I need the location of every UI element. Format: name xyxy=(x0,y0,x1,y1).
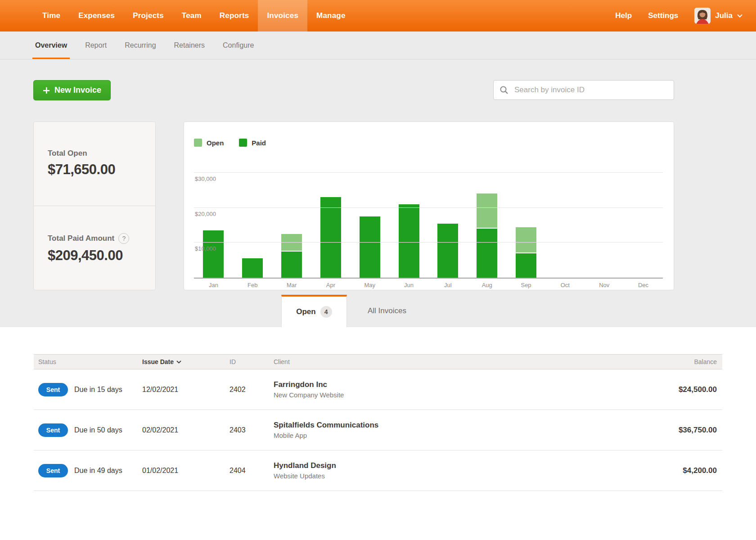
client-cell: Spitalfields CommunicationsMobile App xyxy=(274,421,623,439)
table-row[interactable]: SentDue in 50 days02/02/20212403Spitalfi… xyxy=(34,410,722,450)
table-row[interactable]: SentDue in 49 days01/02/20212404Hyndland… xyxy=(34,450,722,491)
x-tick-nov: Nov xyxy=(585,282,624,288)
nav-item-expenses[interactable]: Expenses xyxy=(69,0,124,32)
nav-item-time[interactable]: Time xyxy=(33,0,69,32)
y-tick-label: $20,000 xyxy=(195,211,216,217)
subnav-item-overview[interactable]: Overview xyxy=(33,32,69,59)
top-nav: TimeExpensesProjectsTeamReportsInvoicesM… xyxy=(0,0,756,32)
bar-open-sep[interactable] xyxy=(516,227,536,253)
nav-item-projects[interactable]: Projects xyxy=(124,0,173,32)
bar-paid-jun[interactable] xyxy=(399,204,419,278)
x-tick-apr: Apr xyxy=(311,282,350,288)
chart-legend: OpenPaid xyxy=(194,138,663,147)
bar-paid-jul[interactable] xyxy=(437,224,458,278)
col-issue-date-label: Issue Date xyxy=(142,358,174,365)
client-cell: Hyndland DesignWebsite Updates xyxy=(274,461,623,480)
x-tick-aug: Aug xyxy=(468,282,507,288)
user-menu[interactable]: Julia xyxy=(694,8,742,24)
invoice-id-cell: 2403 xyxy=(230,426,274,434)
bar-paid-jan[interactable] xyxy=(203,230,224,278)
balance-cell: $4,200.00 xyxy=(623,466,718,475)
nav-item-reports[interactable]: Reports xyxy=(211,0,258,32)
table-body: SentDue in 15 days12/02/20212402Farringd… xyxy=(34,369,722,491)
nav-item-manage[interactable]: Manage xyxy=(307,0,355,32)
legend-swatch-paid xyxy=(239,139,247,147)
client-name: Farringdon Inc xyxy=(274,380,623,389)
bar-paid-mar[interactable] xyxy=(281,252,302,278)
total-open-value: $71,650.00 xyxy=(48,162,155,178)
sub-nav: OverviewReportRecurringRetainersConfigur… xyxy=(0,32,756,59)
bar-stack-aug xyxy=(477,194,497,278)
bar-slot-jun xyxy=(389,161,428,278)
col-issue-date-sort[interactable]: Issue Date xyxy=(142,358,230,365)
primary-nav: TimeExpensesProjectsTeamReportsInvoicesM… xyxy=(33,0,355,32)
client-project: New Company Website xyxy=(274,391,623,399)
status-cell: SentDue in 49 days xyxy=(38,464,142,477)
table-header: Status Issue Date ID Client Balance xyxy=(34,354,722,369)
total-paid-value: $209,450.00 xyxy=(48,248,155,264)
issue-date-cell: 01/02/2021 xyxy=(142,467,230,475)
status-badge: Sent xyxy=(38,383,68,396)
bar-stack-apr xyxy=(320,197,341,278)
bar-paid-may[interactable] xyxy=(360,216,380,278)
nav-item-team[interactable]: Team xyxy=(173,0,211,32)
client-project: Website Updates xyxy=(274,472,623,480)
bar-slot-feb xyxy=(233,161,272,278)
x-tick-jan: Jan xyxy=(194,282,233,288)
x-tick-jun: Jun xyxy=(389,282,428,288)
help-link[interactable]: Help xyxy=(615,11,632,20)
bar-slot-aug xyxy=(468,161,507,278)
nav-item-invoices[interactable]: Invoices xyxy=(258,0,307,32)
search-input[interactable] xyxy=(493,80,674,100)
subnav-item-report[interactable]: Report xyxy=(83,32,108,59)
bar-paid-aug[interactable] xyxy=(477,229,497,278)
invoice-table-section: Status Issue Date ID Client Balance Sent… xyxy=(0,327,756,491)
bar-slot-dec xyxy=(624,161,663,278)
gridline-30000 xyxy=(194,172,663,173)
bar-stack-jan xyxy=(203,230,224,278)
invoices-bar-chart-card: OpenPaid $10,000$20,000$30,000 JanFebMar… xyxy=(184,122,674,290)
tab-open[interactable]: Open 4 xyxy=(281,295,347,327)
col-balance: Balance xyxy=(623,358,718,365)
x-tick-jul: Jul xyxy=(428,282,468,288)
bar-paid-sep[interactable] xyxy=(516,253,536,278)
chart-x-axis: JanFebMarAprMayJunJulAugSepOctNovDec xyxy=(194,282,663,288)
chart-bars xyxy=(194,161,663,278)
col-status: Status xyxy=(38,358,142,365)
balance-cell: $24,500.00 xyxy=(623,385,718,394)
table-row[interactable]: SentDue in 15 days12/02/20212402Farringd… xyxy=(34,369,722,410)
y-tick-label: $30,000 xyxy=(195,176,216,182)
subnav-item-configure[interactable]: Configure xyxy=(221,32,256,59)
open-invoices-table: Status Issue Date ID Client Balance Sent… xyxy=(34,354,722,491)
invoices-overview-section: New Invoice Total Open $71,650.00 xyxy=(0,59,756,327)
bar-slot-oct xyxy=(545,161,585,278)
bar-paid-apr[interactable] xyxy=(320,197,341,278)
bar-open-mar[interactable] xyxy=(281,234,302,252)
bar-stack-feb xyxy=(242,258,263,278)
settings-link[interactable]: Settings xyxy=(648,11,678,20)
due-text: Due in 15 days xyxy=(74,386,122,394)
client-cell: Farringdon IncNew Company Website xyxy=(274,380,623,399)
issue-date-cell: 12/02/2021 xyxy=(142,386,230,394)
legend-swatch-open xyxy=(194,139,202,147)
sort-descending-icon xyxy=(176,360,181,364)
avatar-image xyxy=(694,8,711,24)
search-icon xyxy=(500,86,508,94)
chart-plot: $10,000$20,000$30,000 xyxy=(194,161,663,279)
bar-stack-may xyxy=(360,216,380,278)
x-tick-oct: Oct xyxy=(545,282,585,288)
subnav-item-retainers[interactable]: Retainers xyxy=(172,32,207,59)
legend-item-paid[interactable]: Paid xyxy=(239,138,266,147)
new-invoice-label: New Invoice xyxy=(54,86,101,95)
new-invoice-button[interactable]: New Invoice xyxy=(33,80,111,100)
bar-stack-mar xyxy=(281,234,302,278)
help-tooltip-icon[interactable]: ? xyxy=(118,233,129,244)
tab-all-invoices[interactable]: All Invoices xyxy=(362,295,412,327)
bar-paid-feb[interactable] xyxy=(242,258,263,278)
gridline-10000 xyxy=(194,242,663,243)
gridline-20000 xyxy=(194,207,663,208)
total-open-section: Total Open $71,650.00 xyxy=(34,122,155,206)
legend-item-open[interactable]: Open xyxy=(194,138,224,147)
subnav-item-recurring[interactable]: Recurring xyxy=(123,32,158,59)
bar-open-aug[interactable] xyxy=(477,194,497,229)
